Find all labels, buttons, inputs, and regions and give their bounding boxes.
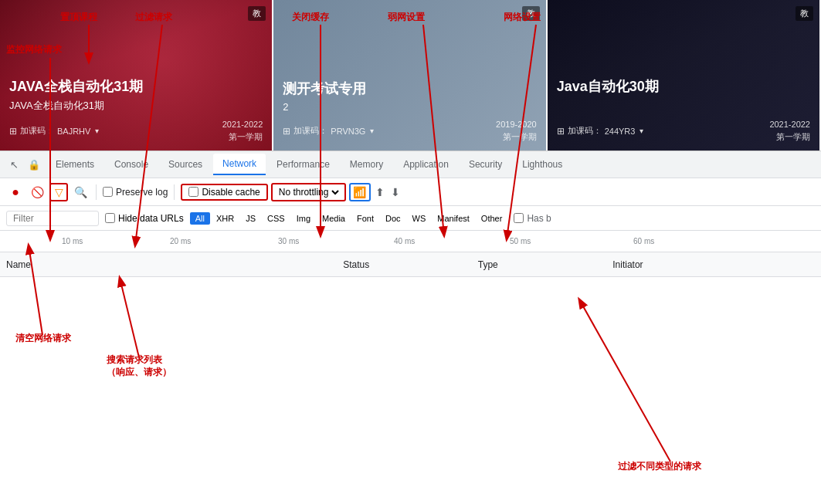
wifi-button[interactable]: 📶 xyxy=(349,183,371,201)
tab-network[interactable]: Network xyxy=(213,154,266,175)
toolbar: ● 🚫 ▽ 🔍 Preserve log Disable cache No th… xyxy=(0,178,821,206)
grid-icon-3: ⊞ xyxy=(557,126,565,137)
disable-cache-checkbox[interactable] xyxy=(188,187,198,197)
card-3-label: 教 xyxy=(796,6,813,21)
has-blocked-label[interactable]: Has b xyxy=(514,213,551,224)
card-2-subtitle: 2 xyxy=(283,101,536,113)
table-header: Name Status Type Initiator xyxy=(0,252,821,277)
tab-security[interactable]: Security xyxy=(460,154,511,174)
grid-icon-1: ⊞ xyxy=(9,126,17,137)
tick-60ms: 60 ms xyxy=(633,237,654,245)
filter-type-doc[interactable]: Doc xyxy=(380,212,406,225)
filter-type-js[interactable]: JS xyxy=(240,212,261,225)
timeline-bar: 10 ms 20 ms 30 ms 40 ms 50 ms 60 ms xyxy=(0,231,821,252)
preserve-log-text: Preserve log xyxy=(116,187,168,198)
tick-10ms: 10 ms xyxy=(62,237,83,245)
col-status-header: Status xyxy=(343,259,478,270)
filter-type-img[interactable]: Img xyxy=(291,212,316,225)
card-1-period: 2021-2022 第一学期 xyxy=(222,119,263,143)
tab-lighthouse[interactable]: Lighthous xyxy=(513,154,572,174)
devtools-panel: ↖ 🔒 Elements Console Sources Network Per… xyxy=(0,151,821,504)
filter-type-other[interactable]: Other xyxy=(476,212,508,225)
filter-type-all[interactable]: All xyxy=(190,212,210,225)
col-name-header: Name xyxy=(6,259,343,270)
filter-type-ws[interactable]: WS xyxy=(407,212,432,225)
card-3-code-label: 加课码： xyxy=(568,125,602,137)
card-2-dropdown[interactable]: ▾ xyxy=(370,127,374,135)
card-3-dropdown[interactable]: ▾ xyxy=(639,127,643,135)
card-3-period: 2021-2022 第一学期 xyxy=(769,119,810,143)
separator-1 xyxy=(96,184,97,200)
card-2-code: ⊞ 加课码： PRVN3G ▾ xyxy=(283,125,374,137)
upload-button[interactable]: ⬆ xyxy=(374,184,386,200)
tab-elements[interactable]: Elements xyxy=(46,154,103,174)
course-card-3[interactable]: 教 Java自动化30期 ⊞ 加课码： 244YR3 ▾ 2021-2022 第… xyxy=(548,0,821,151)
filter-type-xhr[interactable]: XHR xyxy=(211,212,239,225)
course-area: 教 JAVA全栈自动化31期 JAVA全栈自动化31期 ⊞ 加课码： BAJRH… xyxy=(0,0,821,151)
preserve-log-label[interactable]: Preserve log xyxy=(103,187,168,198)
tab-performance[interactable]: Performance xyxy=(267,154,339,174)
cursor-icon[interactable]: ↖ xyxy=(6,157,22,172)
stop-button[interactable]: 🚫 xyxy=(28,183,46,201)
card-3-code: ⊞ 加课码： 244YR3 ▾ xyxy=(557,125,644,137)
has-blocked-checkbox[interactable] xyxy=(514,213,524,223)
tab-console[interactable]: Console xyxy=(105,154,158,174)
col-type-header: Type xyxy=(478,259,613,270)
card-2-code-label: 加课码： xyxy=(293,125,327,137)
tick-20ms: 20 ms xyxy=(170,237,191,245)
hide-data-urls-label[interactable]: Hide data URLs xyxy=(105,213,184,224)
card-1-subtitle: JAVA全栈自动化31期 xyxy=(9,99,263,113)
wifi-icon: 📶 xyxy=(353,186,366,198)
download-button[interactable]: ⬇ xyxy=(389,184,402,200)
card-2-label: 教 xyxy=(522,6,540,21)
filter-type-font[interactable]: Font xyxy=(351,212,379,225)
card-1-dropdown[interactable]: ▾ xyxy=(95,127,99,135)
preserve-log-checkbox[interactable] xyxy=(103,187,113,197)
hide-data-urls-text: Hide data URLs xyxy=(118,213,184,224)
card-1-label: 教 xyxy=(248,6,266,21)
tab-memory[interactable]: Memory xyxy=(341,154,392,174)
card-2-period: 2019-2020 第一学期 xyxy=(496,119,537,143)
card-3-title: Java自动化30期 xyxy=(557,77,810,96)
tab-sources[interactable]: Sources xyxy=(159,154,212,174)
card-1-code: ⊞ 加课码： BAJRHV ▾ xyxy=(9,125,99,137)
tick-30ms: 30 ms xyxy=(278,237,299,245)
tab-bar: ↖ 🔒 Elements Console Sources Network Per… xyxy=(0,151,821,178)
separator-2 xyxy=(174,184,175,200)
course-card-2[interactable]: 教 测开考试专用 2 ⊞ 加课码： PRVN3G ▾ 2019-2020 第一学… xyxy=(273,0,547,151)
tick-50ms: 50 ms xyxy=(510,237,531,245)
hide-data-urls-checkbox[interactable] xyxy=(105,213,115,223)
course-card-1[interactable]: 教 JAVA全栈自动化31期 JAVA全栈自动化31期 ⊞ 加课码： BAJRH… xyxy=(0,0,273,151)
lock-icon[interactable]: 🔒 xyxy=(26,157,42,172)
disable-cache-box: Disable cache xyxy=(181,184,267,201)
filter-type-media[interactable]: Media xyxy=(317,212,351,225)
col-initiator-header: Initiator xyxy=(612,259,815,270)
card-1-code-label: 加课码： xyxy=(20,125,54,137)
filter-types-group: All XHR JS CSS Img Media Font Doc WS Man… xyxy=(190,212,508,225)
filter-input[interactable] xyxy=(6,211,99,226)
card-2-title: 测开考试专用 xyxy=(283,79,536,98)
tick-40ms: 40 ms xyxy=(394,237,415,245)
filter-button[interactable]: ▽ xyxy=(49,183,68,201)
card-1-title: JAVA全栈自动化31期 xyxy=(9,77,263,96)
throttle-dropdown[interactable]: No throttling Slow 3G Fast 3G Offline xyxy=(276,186,341,198)
has-blocked-text: Has b xyxy=(527,213,551,224)
filter-type-manifest[interactable]: Manifest xyxy=(432,212,475,225)
filter-bar: Hide data URLs All XHR JS CSS Img Media … xyxy=(0,206,821,231)
grid-icon-2: ⊞ xyxy=(283,126,290,137)
card-3-code-value: 244YR3 xyxy=(605,127,636,136)
disable-cache-text: Disable cache xyxy=(202,187,260,198)
search-button[interactable]: 🔍 xyxy=(71,183,90,201)
card-2-code-value: PRVN3G xyxy=(331,127,365,136)
throttle-select-box: No throttling Slow 3G Fast 3G Offline xyxy=(271,183,346,201)
record-button[interactable]: ● xyxy=(6,183,25,201)
filter-type-css[interactable]: CSS xyxy=(262,212,290,225)
card-1-code-value: BAJRHV xyxy=(57,127,90,136)
tab-application[interactable]: Application xyxy=(394,154,458,174)
